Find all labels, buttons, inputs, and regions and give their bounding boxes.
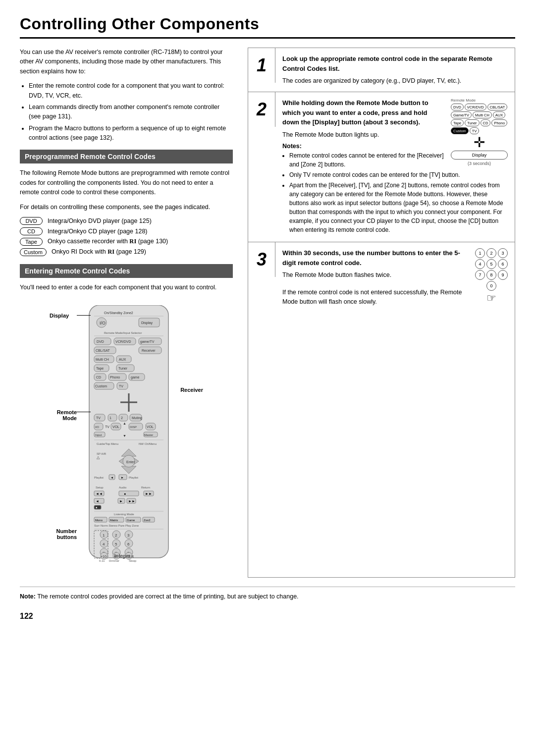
steps-panel: 1 Look up the appropriate remote control…	[248, 48, 515, 578]
section1-header: Preprogrammed Remote Control Codes	[20, 150, 233, 163]
svg-text:VOL: VOL	[112, 425, 119, 429]
svg-text:▼: ▼	[123, 434, 126, 437]
svg-text:◄: ◄	[96, 499, 99, 503]
step-3-number: 3	[248, 242, 275, 277]
remote-item-cd: CD Integra/Onkyo CD player (page 128)	[20, 227, 233, 235]
step-1-body: The codes are organized by category (e.g…	[282, 76, 508, 86]
svg-text:●: ●	[124, 492, 126, 495]
svg-text:►►: ►►	[128, 499, 135, 503]
svg-text:1: 1	[103, 533, 105, 538]
custom-badge: Custom	[20, 248, 47, 256]
step2-remote-illustration: Remote Mode DVD VCR/DVD CBL/SAT Game/TV …	[451, 98, 508, 166]
svg-text:Phono: Phono	[110, 376, 120, 379]
svg-text:Custom: Custom	[95, 384, 107, 388]
cd-badge: CD	[20, 227, 43, 235]
svg-text:Guide/Top Menu: Guide/Top Menu	[97, 442, 118, 445]
display-label: Display	[50, 313, 69, 319]
svg-text:Multi CH: Multi CH	[96, 358, 109, 361]
svg-text:Enter: Enter	[126, 460, 135, 464]
page-title: Controlling Other Components	[20, 15, 515, 39]
svg-text:I/O: I/O	[95, 426, 99, 429]
svg-rect-84	[119, 491, 139, 496]
tape-text: Onkyo cassette recorder with RI (page 13…	[48, 238, 168, 245]
remote-item-dvd: DVD Integra/Onkyo DVD player (page 125)	[20, 217, 233, 225]
svg-text:Dimmer: Dimmer	[109, 559, 119, 562]
svg-text:Receiver: Receiver	[142, 349, 156, 352]
remote-svg: On/Standby Zone2 I/O Display Remote Mode…	[79, 305, 178, 563]
step-3-body2: If the remote control code is not entere…	[282, 288, 508, 307]
svg-text:Muting: Muting	[132, 416, 142, 420]
step-1-number: 1	[248, 48, 275, 83]
svg-text:DISP: DISP	[130, 426, 137, 429]
step-1-content: Look up the appropriate remote control c…	[275, 48, 515, 92]
svg-text:TV: TV	[119, 384, 123, 388]
svg-text:AUX: AUX	[119, 358, 126, 361]
svg-text:I/O: I/O	[100, 321, 106, 325]
cd-text: Integra/Onkyo CD player (page 128)	[48, 228, 148, 235]
svg-text:Tape: Tape	[96, 367, 104, 371]
svg-text:Mono: Mono	[95, 519, 103, 522]
bottom-note: Note: The remote control codes provided …	[20, 587, 515, 601]
svg-text:Playlist: Playlist	[129, 476, 138, 479]
svg-text:6: 6	[127, 542, 130, 546]
svg-text:Listening Mode: Listening Mode	[114, 513, 134, 516]
tape-badge: Tape	[20, 238, 43, 246]
remote-item-custom: Custom Onkyo RI Dock with RI (page 129)	[20, 248, 233, 256]
svg-text:2: 2	[115, 533, 117, 538]
svg-text:Zon2: Zon2	[144, 519, 151, 522]
svg-text:CD: CD	[96, 376, 101, 379]
bottom-note-label: Note:	[20, 593, 36, 600]
svg-text:0.1s: 0.1s	[99, 559, 105, 562]
step-3-body1: The Remote Mode button flashes twice.	[282, 270, 508, 280]
svg-text:Matrix: Matrix	[110, 519, 118, 522]
step-2-number: 2	[248, 92, 275, 127]
bottom-note-text: The remote control codes provided are co…	[37, 593, 298, 600]
svg-text:On/Standby Zone2: On/Standby Zone2	[104, 311, 133, 315]
svg-text:◄: ◄	[110, 476, 113, 479]
svg-text:1: 1	[109, 416, 111, 420]
step-2-row: 2 Remote Mode DVD VCR/DVD CBL/SAT Game/T…	[248, 92, 515, 242]
step-3-heading: Within 30 seconds, use the number button…	[282, 248, 508, 268]
svg-text:VCR/DVD: VCR/DVD	[115, 340, 131, 343]
dvd-text: Integra/Onkyo DVD player (page 125)	[48, 217, 152, 224]
remote-items-list: DVD Integra/Onkyo DVD player (page 125) …	[20, 217, 233, 256]
dvd-badge: DVD	[20, 217, 43, 225]
svg-text:Integra: Integra	[114, 553, 131, 559]
section2-header: Entering Remote Control Codes	[20, 264, 233, 278]
svg-text:5: 5	[115, 542, 117, 546]
svg-text:game/TV: game/TV	[140, 340, 155, 344]
svg-text:CBL/SAT: CBL/SAT	[96, 349, 110, 352]
numpad-illustration: 1 2 3 4 5 6 7 8 9 0	[475, 248, 508, 305]
section1-text2: For details on controlling these compone…	[20, 203, 233, 212]
svg-text:Input: Input	[95, 433, 102, 436]
svg-text:game: game	[131, 376, 140, 379]
bullet-1: Enter the remote control code for a comp…	[29, 81, 233, 101]
svg-text:Setup: Setup	[96, 486, 104, 489]
svg-text:4: 4	[103, 542, 105, 546]
svg-text:Playlist: Playlist	[94, 476, 104, 479]
custom-text: Onkyo RI Dock with RI (page 129)	[52, 248, 146, 256]
section1-text1: The following Remote Mode buttons are pr…	[20, 168, 233, 197]
svg-text:TV: TV	[105, 425, 109, 429]
step-2-content: Remote Mode DVD VCR/DVD CBL/SAT Game/TV …	[275, 92, 515, 242]
svg-text:3: 3	[127, 533, 130, 538]
svg-text:►: ►	[121, 476, 124, 479]
intro-bullets: Enter the remote control code for a comp…	[29, 81, 233, 143]
receiver-label: Receiver	[180, 387, 203, 393]
svg-text:Surr Norm Stereo Pure Play Zon: Surr Norm Stereo Pure Play Zone	[94, 524, 139, 527]
svg-text:Remote Mode/Input Selector: Remote Mode/Input Selector	[104, 331, 142, 334]
svg-text:■: ■	[96, 506, 97, 509]
svg-text:DVD: DVD	[97, 340, 104, 343]
svg-text:Display: Display	[141, 321, 153, 325]
intro-text: You can use the AV receiver's remote con…	[20, 48, 233, 76]
step-1-row: 1 Look up the appropriate remote control…	[248, 48, 515, 92]
number-buttons-label: Numberbuttons	[50, 528, 77, 540]
section2-text: You'll need to enter a code for each com…	[20, 283, 233, 292]
svg-text:Tuner: Tuner	[118, 367, 128, 370]
step-1-heading: Look up the appropriate remote control c…	[282, 54, 508, 73]
svg-rect-43	[119, 414, 128, 421]
step2-note-2: Only TV remote control codes can be ente…	[289, 170, 508, 179]
svg-text:▲: ▲	[123, 422, 126, 425]
svg-text:Master: Master	[144, 433, 153, 436]
bullet-2: Learn commands directly from another com…	[29, 103, 233, 122]
